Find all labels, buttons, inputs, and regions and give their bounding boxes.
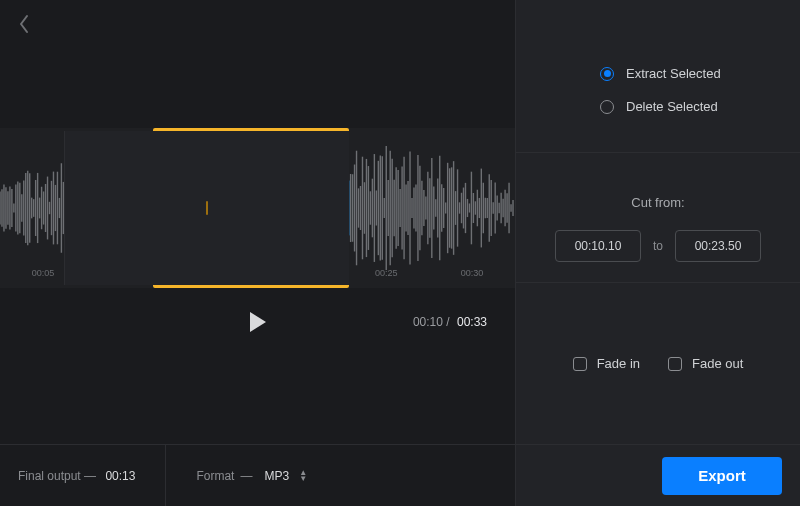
- cut-from-input[interactable]: 00:10.10: [555, 230, 641, 262]
- current-time: 00:10: [413, 315, 443, 329]
- export-button[interactable]: Export: [662, 457, 782, 495]
- selection-region[interactable]: [153, 128, 349, 288]
- chevron-left-icon: [18, 14, 30, 34]
- checkbox-icon: [573, 357, 587, 371]
- time-readout: 00:10 / 00:33: [413, 315, 487, 329]
- radio-icon: [600, 67, 614, 81]
- divider: [165, 445, 166, 507]
- sort-icon: ▲▼: [299, 470, 307, 482]
- final-output-readout: Final output — 00:13: [18, 469, 135, 483]
- total-time: 00:33: [457, 315, 487, 329]
- radio-delete-selected[interactable]: Delete Selected: [600, 99, 772, 114]
- radio-label: Delete Selected: [626, 99, 718, 114]
- checkbox-fade-out[interactable]: Fade out: [668, 356, 743, 371]
- waveform-panel[interactable]: 00:0500:1000:1500:2000:2500:30: [0, 128, 515, 288]
- cut-to-input[interactable]: 00:23.50: [675, 230, 761, 262]
- cut-from-title: Cut from:: [544, 195, 772, 210]
- radio-label: Extract Selected: [626, 66, 721, 81]
- selection-handle-right[interactable]: [64, 131, 349, 285]
- back-button[interactable]: [14, 14, 34, 34]
- format-selector[interactable]: Format — MP3 ▲▼: [196, 469, 307, 483]
- checkbox-label: Fade in: [597, 356, 640, 371]
- cut-to-label: to: [653, 239, 663, 253]
- radio-extract-selected[interactable]: Extract Selected: [600, 66, 772, 81]
- checkbox-fade-in[interactable]: Fade in: [573, 356, 640, 371]
- radio-icon: [600, 100, 614, 114]
- checkbox-label: Fade out: [692, 356, 743, 371]
- checkbox-icon: [668, 357, 682, 371]
- play-button[interactable]: [250, 312, 266, 332]
